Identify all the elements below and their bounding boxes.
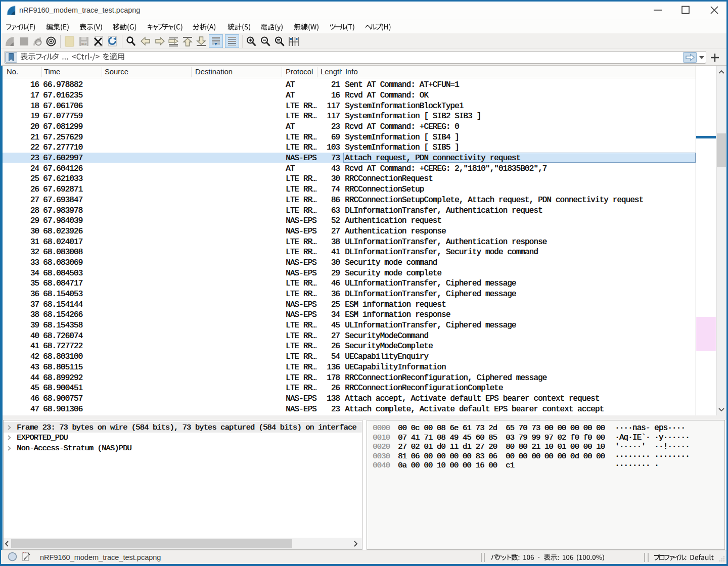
svg-text:010: 010	[81, 42, 87, 45]
